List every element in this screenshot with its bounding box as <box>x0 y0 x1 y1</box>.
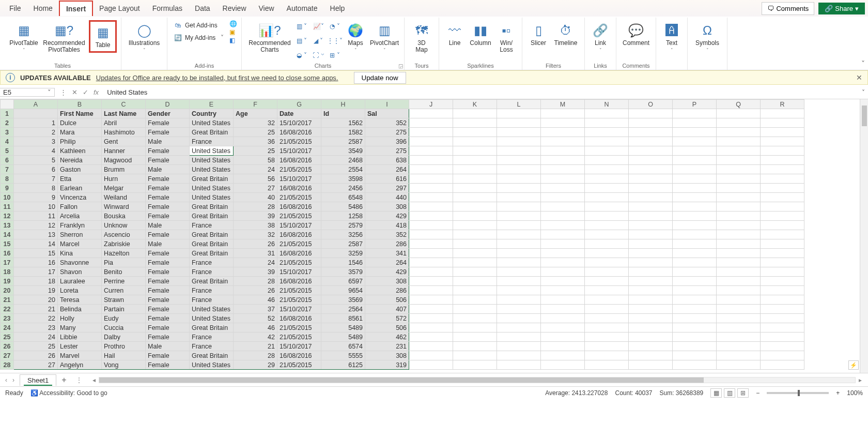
cell[interactable] <box>717 202 761 212</box>
cell[interactable] <box>409 193 453 202</box>
cell[interactable] <box>673 258 717 267</box>
cell[interactable]: 396 <box>365 137 409 146</box>
cell[interactable]: 4 <box>14 146 58 156</box>
cell[interactable]: 1582 <box>321 128 365 137</box>
row-header[interactable]: 1 <box>1 109 14 118</box>
cell[interactable]: 32 <box>234 230 277 239</box>
cell[interactable]: 3579 <box>321 267 365 277</box>
cell[interactable] <box>541 295 585 305</box>
cell[interactable]: 25 <box>234 146 277 156</box>
cell[interactable] <box>629 286 673 295</box>
cell[interactable] <box>717 137 761 146</box>
enter-formula-button[interactable]: ✓ <box>83 88 88 96</box>
cell[interactable] <box>629 239 673 249</box>
cell[interactable] <box>629 165 673 174</box>
zoom-out-button[interactable]: − <box>756 389 760 397</box>
new-sheet-button[interactable]: + <box>56 375 71 385</box>
cell[interactable] <box>717 286 761 295</box>
cell[interactable]: 28 <box>234 202 277 212</box>
cell[interactable]: Shavon <box>58 267 102 277</box>
cell[interactable] <box>585 109 629 118</box>
cell[interactable] <box>673 286 717 295</box>
column-header[interactable]: C <box>102 100 146 109</box>
cell[interactable]: Female <box>146 351 190 360</box>
row-header[interactable]: 13 <box>1 221 14 230</box>
column-header[interactable]: I <box>365 100 409 109</box>
cell[interactable] <box>717 258 761 267</box>
cell[interactable] <box>585 323 629 333</box>
cell[interactable]: Strawn <box>102 295 146 305</box>
column-header[interactable]: E <box>190 100 234 109</box>
update-close-button[interactable]: ✕ <box>856 73 862 82</box>
cell[interactable]: Female <box>146 118 190 128</box>
cell[interactable] <box>717 323 761 333</box>
cell[interactable]: 16/08/2016 <box>277 128 321 137</box>
cell[interactable]: Franklyn <box>58 221 102 230</box>
row-header[interactable]: 24 <box>1 323 14 333</box>
cell[interactable] <box>409 342 453 351</box>
cell[interactable] <box>761 174 804 184</box>
cell[interactable] <box>453 156 497 165</box>
cell[interactable]: 15/10/2017 <box>277 146 321 156</box>
cell[interactable] <box>673 295 717 305</box>
pivotchart-button[interactable]: ▥ PivotChart ˅ <box>369 20 400 55</box>
cell[interactable] <box>717 128 761 137</box>
cell[interactable] <box>761 360 804 370</box>
cell[interactable] <box>497 230 541 239</box>
cell[interactable] <box>453 267 497 277</box>
cell[interactable]: Loreta <box>58 286 102 295</box>
cell[interactable] <box>453 323 497 333</box>
cell[interactable]: 21/05/2015 <box>277 323 321 333</box>
cell[interactable] <box>673 342 717 351</box>
stock-chart-icon[interactable]: ⛶ ˅ <box>311 49 326 62</box>
cell[interactable]: Female <box>146 277 190 286</box>
cell[interactable]: Female <box>146 305 190 314</box>
cell[interactable]: 5555 <box>321 351 365 360</box>
cell[interactable]: 20 <box>14 295 58 305</box>
cell[interactable]: 21/05/2015 <box>277 333 321 342</box>
cell[interactable]: France <box>190 221 234 230</box>
cell[interactable]: 15/10/2017 <box>277 118 321 128</box>
quick-analysis-button[interactable]: ⚡ <box>848 360 859 370</box>
comment-button[interactable]: 💬Comment <box>621 20 652 49</box>
cell[interactable] <box>673 333 717 342</box>
column-header[interactable]: M <box>541 100 585 109</box>
cell[interactable] <box>761 351 804 360</box>
cell[interactable]: 6597 <box>321 277 365 286</box>
cell[interactable]: United States <box>190 193 234 202</box>
cell[interactable]: Angelyn <box>58 360 102 370</box>
cell[interactable] <box>541 146 585 156</box>
cell[interactable]: Gent <box>102 137 146 146</box>
cell[interactable]: 46 <box>234 295 277 305</box>
cell[interactable]: 15/10/2017 <box>277 174 321 184</box>
vertical-scrollbar-thumb[interactable] <box>862 105 867 126</box>
cell[interactable]: 15 <box>14 249 58 258</box>
cell[interactable]: 24 <box>234 165 277 174</box>
cell[interactable] <box>497 351 541 360</box>
hscroll-left[interactable]: ◂ <box>89 376 99 384</box>
cell[interactable] <box>761 305 804 314</box>
link-button[interactable]: 🔗Link˅ <box>589 20 612 55</box>
cell[interactable]: 308 <box>365 351 409 360</box>
sheet-tabs-more[interactable]: ⋮ <box>72 376 86 384</box>
cell[interactable] <box>717 212 761 221</box>
cell[interactable] <box>761 295 804 305</box>
cell[interactable] <box>717 174 761 184</box>
cell[interactable] <box>497 249 541 258</box>
cell[interactable]: Great Britain <box>190 202 234 212</box>
cell[interactable]: Belinda <box>58 305 102 314</box>
visio-icon[interactable]: ◧ <box>229 37 237 44</box>
column-header[interactable]: N <box>585 100 629 109</box>
cell[interactable]: 8561 <box>321 314 365 323</box>
cell[interactable] <box>629 156 673 165</box>
cell[interactable]: 2579 <box>321 221 365 230</box>
cell[interactable] <box>541 258 585 267</box>
cell[interactable] <box>409 202 453 212</box>
cell[interactable]: Sal <box>365 109 409 118</box>
cell[interactable] <box>409 118 453 128</box>
cell[interactable]: Great Britain <box>190 239 234 249</box>
cell[interactable] <box>497 146 541 156</box>
cell[interactable] <box>497 333 541 342</box>
sparkline-winloss-button[interactable]: ▪▫Win/ Loss <box>495 20 518 55</box>
tab-view[interactable]: View <box>253 1 281 16</box>
